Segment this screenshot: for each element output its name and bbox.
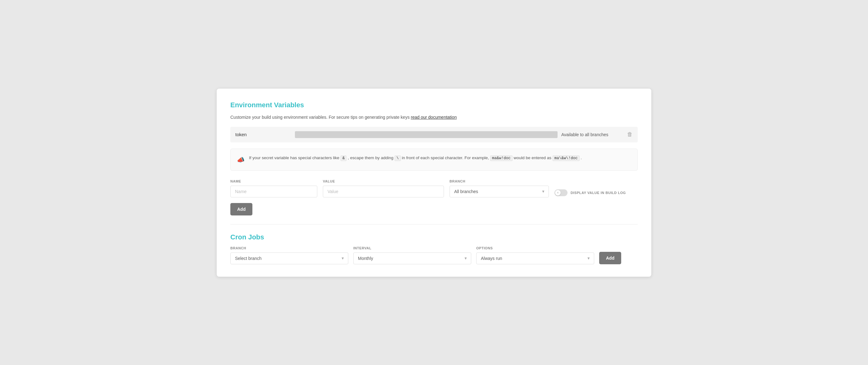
info-text: If your secret variable has special char… [249,155,582,161]
toggle-switch[interactable]: ✕ [554,189,567,196]
env-variable-row: token Available to all branches 🗑 [230,127,638,142]
megaphone-icon: 📣 [237,155,245,165]
name-label: NAME [230,179,317,183]
cron-interval-select[interactable]: Monthly Weekly Daily Hourly [353,252,471,264]
branch-select-wrapper: All branches master develop ▼ [450,186,549,197]
cron-interval-group: INTERVAL Monthly Weekly Daily Hourly ▼ [353,246,471,264]
toggle-thumb: ✕ [555,190,561,196]
info-box: 📣 If your secret variable has special ch… [230,149,638,171]
branch-label: BRANCH [450,179,549,183]
cron-options-select-wrapper: Always run Only if there are new commits… [476,252,594,264]
cron-branch-label: BRANCH [230,246,348,250]
value-label: VALUE [323,179,444,183]
cron-section-title: Cron Jobs [230,233,638,241]
cron-options-label: OPTIONS [476,246,594,250]
x-icon: ✕ [557,191,559,194]
documentation-link[interactable]: read our documentation [411,115,457,120]
section-divider [230,224,638,224]
env-description-text: Customize your build using environment v… [230,115,411,120]
cron-add-button[interactable]: Add [599,252,621,264]
cron-branch-group: BRANCH Select branch master develop ▼ [230,246,348,264]
env-value-group: VALUE [323,179,444,197]
env-variables-section: Environment Variables Customize your bui… [230,101,638,216]
code-example1: ma&w!doc [490,156,513,161]
cron-add-form: BRANCH Select branch master develop ▼ IN… [230,246,638,264]
env-add-form: NAME VALUE BRANCH All branches master de… [230,179,638,216]
value-input[interactable] [323,186,444,197]
env-section-title: Environment Variables [230,101,638,109]
env-branch-group: BRANCH All branches master develop ▼ [450,179,549,197]
code-ampersand: & [341,156,347,161]
toggle-track: ✕ [554,189,567,196]
code-example2: ma\&w\!doc [553,156,580,161]
cron-jobs-section: Cron Jobs BRANCH Select branch master de… [230,233,638,264]
cron-interval-label: INTERVAL [353,246,471,250]
delete-icon: 🗑 [627,131,633,137]
branch-select[interactable]: All branches master develop [450,186,549,197]
cron-options-select[interactable]: Always run Only if there are new commits [476,252,594,264]
display-toggle-group: ✕ DISPLAY VALUE IN BUILD LOG [554,189,626,196]
main-card: Environment Variables Customize your bui… [217,89,651,277]
env-name-group: NAME [230,179,317,197]
env-var-name: token [235,132,291,137]
env-var-value-masked [295,131,558,138]
cron-branch-select-wrapper: Select branch master develop ▼ [230,252,348,264]
env-var-branch: Available to all branches [561,132,623,137]
env-add-button[interactable]: Add [230,203,252,216]
env-description: Customize your build using environment v… [230,114,638,121]
cron-options-group: OPTIONS Always run Only if there are new… [476,246,594,264]
cron-interval-select-wrapper: Monthly Weekly Daily Hourly ▼ [353,252,471,264]
env-var-delete-button[interactable]: 🗑 [627,131,633,138]
name-input[interactable] [230,186,317,197]
cron-branch-select[interactable]: Select branch master develop [230,252,348,264]
toggle-label: DISPLAY VALUE IN BUILD LOG [570,191,626,195]
code-backslash: \ [395,156,401,161]
